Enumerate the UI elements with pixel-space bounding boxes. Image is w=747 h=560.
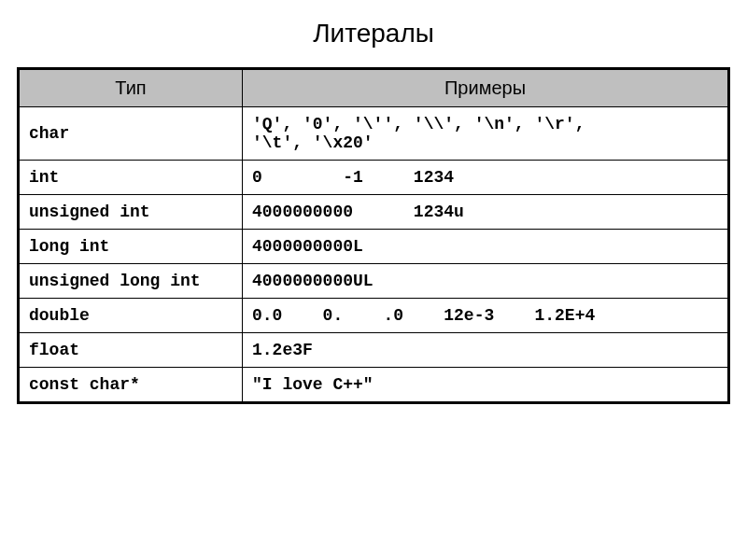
cell-type: float [19,333,243,368]
cell-example: 4000000000L [243,230,729,264]
table-row: char 'Q', '0', '\'', '\\', '\n', '\r', '… [19,107,729,161]
page-title: Литералы [17,19,730,49]
cell-type: unsigned int [19,195,243,230]
literals-table: Тип Примеры char 'Q', '0', '\'', '\\', '… [17,67,730,404]
table-row: const char* "I love C++" [19,368,729,403]
cell-type: unsigned long int [19,264,243,299]
cell-example: 0 -1 1234 [243,161,729,195]
table-row: unsigned int 4000000000 1234u [19,195,729,230]
cell-type: const char* [19,368,243,403]
table-row: int 0 -1 1234 [19,161,729,195]
table-row: unsigned long int 4000000000UL [19,264,729,299]
cell-type: long int [19,230,243,264]
header-examples: Примеры [243,69,729,107]
table-header-row: Тип Примеры [19,69,729,107]
cell-type: char [19,107,243,161]
cell-type: int [19,161,243,195]
table-row: double 0.0 0. .0 12e-3 1.2E+4 [19,299,729,333]
table-row: long int 4000000000L [19,230,729,264]
cell-example: 'Q', '0', '\'', '\\', '\n', '\r', '\t', … [243,107,729,161]
table-row: float 1.2e3F [19,333,729,368]
cell-example: 4000000000 1234u [243,195,729,230]
cell-example: 0.0 0. .0 12e-3 1.2E+4 [243,299,729,333]
header-type: Тип [19,69,243,107]
cell-example: 4000000000UL [243,264,729,299]
cell-example: "I love C++" [243,368,729,403]
cell-example: 1.2e3F [243,333,729,368]
cell-type: double [19,299,243,333]
